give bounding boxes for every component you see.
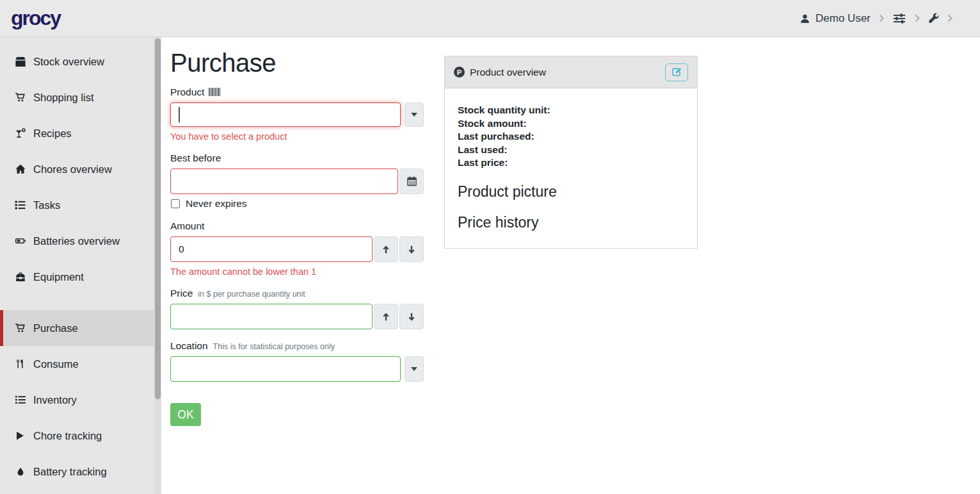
product-error: You have to select a product (170, 131, 424, 142)
product-dropdown-button[interactable] (405, 103, 424, 127)
main-content: Purchase Product You have to select a pr… (161, 37, 980, 494)
best-before-input[interactable] (170, 169, 398, 194)
cocktail-icon (13, 128, 27, 138)
sidebar-item-label: Recipes (33, 128, 72, 140)
location-dropdown-button[interactable] (405, 356, 424, 382)
sidebar-item-label: Inventory (33, 394, 77, 406)
utensils-icon (13, 359, 27, 369)
caret-down-icon (411, 367, 417, 371)
never-expires-label: Never expires (186, 198, 247, 210)
price-decrement-button[interactable] (399, 304, 424, 329)
wrench-icon (928, 13, 939, 24)
sidebar-item-stock-overview[interactable]: Stock overview (0, 44, 161, 79)
product-overview-card-header: P Product overview (445, 56, 697, 88)
sidebar-item-chores-overview[interactable]: Chores overview (0, 151, 161, 187)
shopping-cart-icon (13, 92, 27, 103)
location-label: Location This is for statistical purpose… (170, 340, 424, 352)
arrow-down-icon (407, 312, 416, 322)
product-overview-title: Product overview (470, 67, 546, 78)
sidebar-item-label: Shopping list (33, 92, 93, 104)
sidebar-item-label: Purchase (33, 322, 78, 334)
sidebar-item-inventory[interactable]: Inventory (0, 382, 161, 418)
settings-menu[interactable] (892, 13, 906, 24)
play-icon (13, 431, 27, 441)
never-expires-row: Never expires (170, 198, 424, 210)
page-title: Purchase (170, 49, 424, 78)
topbar-right-nav: Demo User (800, 12, 961, 25)
product-field-group: Product You have to select a product (170, 86, 424, 142)
arrow-up-icon (382, 312, 390, 322)
amount-input[interactable] (170, 236, 373, 262)
sidebar-item-label: Equipment (33, 271, 84, 283)
best-before-field-group: Best before Never expires (170, 152, 424, 210)
never-expires-checkbox[interactable] (171, 199, 180, 208)
price-field-group: Price in $ per purchase quantity unit (170, 288, 424, 329)
sliders-icon (892, 13, 906, 24)
product-circle-icon: P (454, 67, 465, 78)
ok-button[interactable]: OK (170, 403, 201, 426)
sidebar-item-label: Battery tracking (33, 466, 107, 478)
product-label: Product (170, 86, 424, 98)
chevron-right-icon (947, 14, 952, 22)
location-hint: This is for statistical purposes only (213, 342, 335, 351)
price-label: Price in $ per purchase quantity unit (170, 288, 424, 299)
tasks-icon (13, 200, 27, 210)
sidebar-item-equipment[interactable]: Equipment (0, 259, 161, 295)
amount-label: Amount (170, 220, 424, 232)
price-hint: in $ per purchase quantity unit (198, 290, 305, 299)
sidebar-scrollbar-track[interactable] (154, 37, 161, 494)
sidebar-item-battery-tracking[interactable]: Battery tracking (0, 454, 161, 490)
product-overview-card: P Product overview Stock quantity unit: … (444, 56, 698, 249)
sidebar-item-label: Batteries overview (33, 235, 120, 247)
user-menu-label: Demo User (815, 12, 871, 25)
sidebar-item-tasks[interactable]: Tasks (0, 187, 161, 223)
chevron-right-icon (879, 14, 884, 22)
user-menu[interactable]: Demo User (800, 12, 871, 25)
home-icon (13, 164, 27, 174)
product-overview-card-body: Stock quantity unit: Stock amount: Last … (445, 88, 697, 248)
product-input[interactable] (170, 103, 401, 127)
sidebar-item-label: Chores overview (33, 163, 112, 176)
barcode-icon (209, 88, 221, 97)
product-picture-heading: Product picture (458, 183, 684, 201)
droplet-icon (13, 466, 27, 477)
amount-increment-button[interactable] (374, 236, 398, 262)
grocy-logo[interactable]: grocy (11, 6, 60, 30)
sidebar-item-label: Stock overview (33, 56, 104, 68)
edit-product-button[interactable] (665, 63, 688, 81)
battery-icon (13, 236, 27, 246)
last-price-field: Last price: (458, 156, 684, 170)
chevron-right-icon (915, 14, 920, 22)
last-used-field: Last used: (458, 144, 684, 157)
arrow-down-icon (407, 245, 416, 254)
stock-quantity-unit-field: Stock quantity unit: (458, 104, 684, 117)
calendar-icon (407, 176, 417, 186)
price-increment-button[interactable] (374, 304, 398, 329)
top-header-bar: grocy Demo User (0, 0, 980, 37)
amount-error: The amount cannot be lower than 1 (170, 267, 424, 277)
sidebar-scrollbar-thumb[interactable] (155, 38, 161, 399)
toolbox-icon (13, 272, 27, 282)
edit-icon (672, 67, 682, 77)
location-input[interactable] (170, 356, 401, 382)
calendar-button[interactable] (399, 169, 424, 194)
sidebar-item-consume[interactable]: Consume (0, 346, 161, 382)
box-icon (13, 56, 27, 67)
arrow-up-icon (382, 245, 390, 254)
user-icon (800, 13, 810, 24)
price-history-heading: Price history (458, 214, 684, 231)
sidebar-item-shopping-list[interactable]: Shopping list (0, 79, 161, 115)
location-field-group: Location This is for statistical purpose… (170, 340, 424, 382)
price-input[interactable] (170, 304, 373, 329)
text-cursor (179, 107, 180, 122)
amount-decrement-button[interactable] (399, 236, 424, 262)
sidebar-item-purchase[interactable]: Purchase (0, 310, 161, 346)
sidebar-item-recipes[interactable]: Recipes (0, 115, 161, 151)
list-icon (13, 395, 27, 405)
admin-menu[interactable] (928, 13, 939, 24)
sidebar-item-label: Chore tracking (33, 430, 102, 442)
sidebar-item-batteries-overview[interactable]: Batteries overview (0, 223, 161, 259)
sidebar-item-chore-tracking[interactable]: Chore tracking (0, 418, 161, 454)
shopping-cart-icon (13, 323, 27, 333)
best-before-label: Best before (170, 152, 424, 164)
